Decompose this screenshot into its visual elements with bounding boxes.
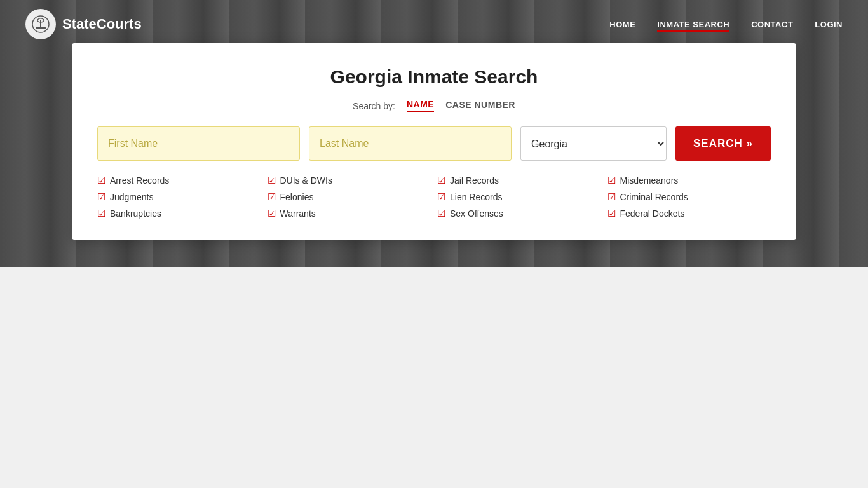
search-card: Georgia Inmate Search Search by: NAME CA… [72,43,796,240]
checkbox-bankruptcies: ☑ Bankruptcies [97,208,261,219]
checkbox-label-sex-offenses: Sex Offenses [450,208,503,219]
top-navigation: StateCourts HOME INMATE SEARCH CONTACT L… [0,0,868,48]
checkbox-label-judgments: Judgments [110,192,153,202]
checkbox-label-misdemeanors: Misdemeanors [620,175,679,186]
checkbox-sex-offenses: ☑ Sex Offenses [437,208,601,219]
checkbox-label-bankruptcies: Bankruptcies [110,208,161,219]
svg-rect-2 [40,20,41,27]
last-name-input[interactable] [309,126,512,161]
checkbox-label-lien: Lien Records [450,192,503,202]
nav-login[interactable]: LOGIN [815,20,843,29]
logo-icon [25,9,56,39]
check-icon-criminal: ☑ [607,191,616,203]
checkbox-label-jail: Jail Records [450,175,499,186]
check-icon-lien: ☑ [437,191,445,203]
check-icon-warrants: ☑ [268,208,276,219]
check-icon-felonies: ☑ [268,191,276,203]
check-icon-judgments: ☑ [97,191,105,203]
checkbox-label-arrest: Arrest Records [110,175,169,186]
nav-links-list: HOME INMATE SEARCH CONTACT LOGIN [609,18,843,30]
checkbox-judgments: ☑ Judgments [97,191,261,203]
search-inputs-row: Georgia SEARCH » [97,126,771,161]
checkbox-label-felonies: Felonies [280,192,314,202]
nav-home[interactable]: HOME [609,20,635,29]
search-by-row: Search by: NAME CASE NUMBER [97,99,771,112]
checkbox-label-criminal: Criminal Records [620,192,688,202]
check-icon-misdemeanors: ☑ [607,175,616,186]
tab-name[interactable]: NAME [407,99,434,112]
checkbox-federal-dockets: ☑ Federal Dockets [607,208,771,219]
hero-section: COURTHOUSE StateCourts HOME INMATE SEARC… [0,0,868,267]
check-icon-jail: ☑ [437,175,445,186]
state-select[interactable]: Georgia [520,126,667,161]
checkbox-jail-records: ☑ Jail Records [437,175,601,186]
check-icon-arrest: ☑ [97,175,105,186]
logo-text: StateCourts [62,16,142,32]
checkbox-misdemeanors: ☑ Misdemeanors [607,175,771,186]
site-logo[interactable]: StateCourts [25,9,142,39]
checkbox-warrants: ☑ Warrants [268,208,431,219]
search-by-label: Search by: [353,101,395,111]
nav-inmate-search[interactable]: INMATE SEARCH [657,20,729,32]
checkbox-label-federal: Federal Dockets [620,208,685,219]
checkbox-lien-records: ☑ Lien Records [437,191,601,203]
check-icon-federal: ☑ [607,208,616,219]
check-icon-sex-offenses: ☑ [437,208,445,219]
checkbox-label-duis: DUIs & DWIs [280,175,332,186]
checkbox-duis: ☑ DUIs & DWIs [268,175,431,186]
tab-case-number[interactable]: CASE NUMBER [445,100,515,112]
checkbox-label-warrants: Warrants [280,208,316,219]
check-icon-bankruptcies: ☑ [97,208,105,219]
check-icon-duis: ☑ [268,175,276,186]
checkbox-arrest-records: ☑ Arrest Records [97,175,261,186]
search-button[interactable]: SEARCH » [675,126,771,161]
checkbox-felonies: ☑ Felonies [268,191,431,203]
page-title: Georgia Inmate Search [97,66,771,88]
first-name-input[interactable] [97,126,300,161]
checkboxes-grid: ☑ Arrest Records ☑ DUIs & DWIs ☑ Jail Re… [97,175,771,219]
nav-contact[interactable]: CONTACT [751,20,793,29]
checkbox-criminal-records: ☑ Criminal Records [607,191,771,203]
